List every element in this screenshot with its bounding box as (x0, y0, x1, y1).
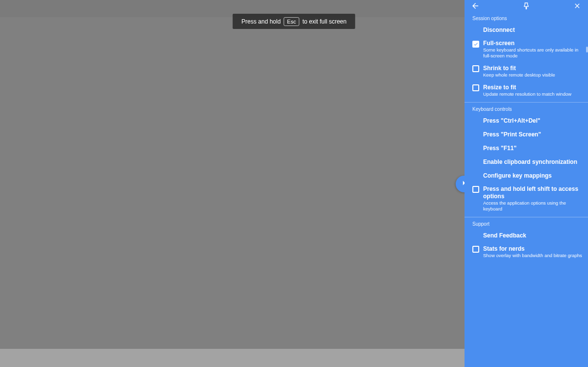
resize-sub: Update remote resolution to match window (483, 91, 582, 97)
shrink-sub: Keep whole remote desktop visible (483, 72, 582, 78)
close-icon (573, 2, 581, 12)
shrink-label: Shrink to fit (483, 65, 582, 72)
support-title: Support (465, 219, 588, 229)
leftshift-sub: Access the application options using the… (483, 200, 582, 212)
panel-scroll-thumb[interactable] (586, 47, 588, 52)
keyboard-controls-title: Keyboard controls (465, 105, 588, 114)
press-f11-button[interactable]: Press "F11" (465, 141, 588, 155)
resize-checkbox[interactable] (472, 84, 479, 91)
toast-post-text: to exit full screen (302, 18, 346, 25)
fullscreen-option[interactable]: Full-screen Some keyboard shortcuts are … (465, 37, 588, 62)
arrow-left-icon (471, 1, 480, 12)
stats-label: Stats for nerds (483, 245, 582, 253)
options-panel: Session options Disconnect Full-screen S… (465, 0, 588, 367)
stats-sub: Show overlay with bandwidth and bitrate … (483, 253, 582, 259)
back-button[interactable] (469, 1, 481, 13)
stats-checkbox[interactable] (472, 246, 479, 253)
fullscreen-label: Full-screen (483, 40, 582, 47)
resize-label: Resize to fit (483, 84, 582, 91)
configure-keymap-button[interactable]: Configure key mappings (465, 169, 588, 183)
pin-button[interactable] (520, 1, 532, 13)
fullscreen-exit-toast: Press and hold Esc to exit full screen (233, 14, 355, 29)
clipboard-sync-button[interactable]: Enable clipboard synchronization (465, 155, 588, 169)
remote-desktop-area[interactable] (0, 0, 465, 367)
toast-pre-text: Press and hold (242, 18, 281, 25)
session-options-title: Session options (465, 14, 588, 23)
esc-key-icon: Esc (284, 17, 299, 26)
disconnect-button[interactable]: Disconnect (465, 23, 588, 37)
stats-option[interactable]: Stats for nerds Show overlay with bandwi… (465, 242, 588, 262)
send-feedback-button[interactable]: Send Feedback (465, 229, 588, 242)
pin-icon (522, 2, 530, 12)
leftshift-checkbox[interactable] (472, 186, 479, 193)
fullscreen-sub: Some keyboard shortcuts are only availab… (483, 47, 582, 59)
close-button[interactable] (571, 1, 583, 13)
leftshift-option[interactable]: Press and hold left shift to access opti… (465, 183, 588, 215)
stage-bottom-band (0, 349, 465, 367)
panel-header (465, 0, 588, 14)
section-divider (465, 102, 588, 103)
shrink-checkbox[interactable] (472, 65, 479, 72)
press-printscreen-button[interactable]: Press "Print Screen" (465, 128, 588, 141)
resize-option[interactable]: Resize to fit Update remote resolution t… (465, 81, 588, 100)
shrink-option[interactable]: Shrink to fit Keep whole remote desktop … (465, 62, 588, 81)
leftshift-label: Press and hold left shift to access opti… (483, 185, 582, 200)
press-cad-button[interactable]: Press "Ctrl+Alt+Del" (465, 114, 588, 128)
section-divider (465, 217, 588, 217)
fullscreen-checkbox[interactable] (472, 41, 479, 48)
